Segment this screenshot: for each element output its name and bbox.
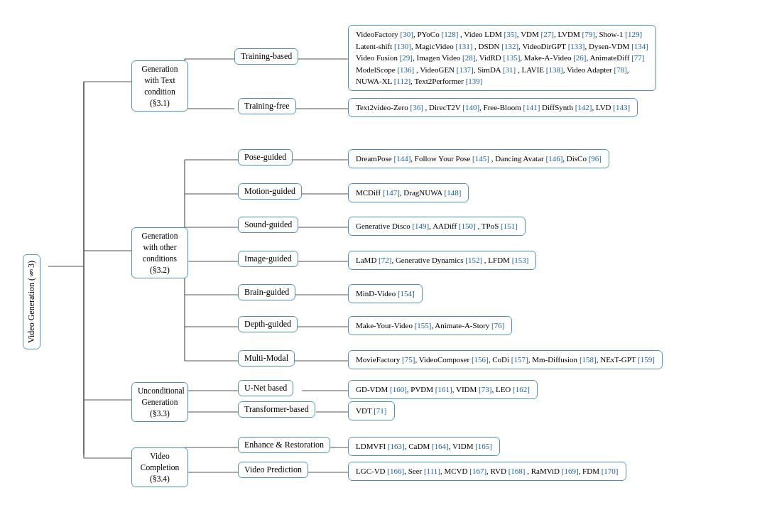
image-guided-refs: LaMD [72], Generative Dynamics [152] , L… [348,251,536,270]
pose-guided-refs: DreamPose [144], Follow Your Pose [145] … [348,149,609,168]
multi-modal-node: Multi-Modal [238,350,295,367]
image-guided-node: Image-guided [238,251,298,267]
gen-other-node: Generation with other conditions (§3.2) [131,227,188,278]
multi-modal-refs: MovieFactory [75], VideoComposer [156], … [348,350,663,369]
training-based-node: Training-based [234,48,298,65]
transformer-based-node: Transformer-based [238,401,315,418]
enhance-restore-refs: LDMVFI [163], CaDM [164], VIDM [165] [348,437,500,456]
unet-based-refs: GD-VDM [160], PVDM [161], VIDM [73], LEO… [348,380,538,399]
motion-guided-node: Motion-guided [238,183,302,200]
training-based-refs: VideoFactory [30], PYoCo [128] , Video L… [348,25,656,91]
depth-guided-refs: Make-Your-Video [155], Animate-A-Story [… [348,316,512,335]
motion-guided-refs: MCDiff [147], DragNUWA [148] [348,183,469,202]
pose-guided-node: Pose-guided [238,149,293,165]
sound-guided-node: Sound-guided [238,217,298,233]
training-free-refs: Text2video-Zero [36] , DirecT2V [140], F… [348,98,638,117]
vid-complete-node: Video Completion (§3.4) [131,447,188,487]
tree-wrapper: Video Generation (§3) Generation with Te… [21,14,746,519]
depth-guided-node: Depth-guided [238,316,298,332]
training-free-node: Training-free [238,98,296,114]
sound-guided-refs: Generative Disco [149], AADiff [150] , T… [348,217,526,236]
brain-guided-node: Brain-guided [238,284,295,300]
main-container: Video Generation (§3) Generation with Te… [21,14,746,532]
vid-predict-node: Video Prediction [238,462,308,478]
enhance-restore-node: Enhance & Restoration [238,437,330,453]
vid-predict-refs: LGC-VD [166], Seer [111], MCVD [167], RV… [348,462,626,481]
brain-guided-refs: MinD-Video [154] [348,284,423,303]
root-node: Video Generation (§3) [23,254,40,349]
unet-based-node: U-Net based [238,380,293,396]
transformer-based-refs: VDT [71] [348,401,395,420]
gen-uncond-node: Unconditional Generation (§3.3) [131,382,188,422]
gen-text-node: Generation with Text condition (§3.1) [131,60,188,112]
